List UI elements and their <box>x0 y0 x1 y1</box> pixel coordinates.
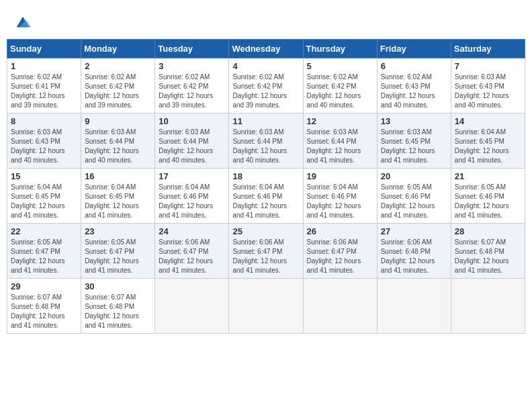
day-number: 1 <box>11 61 77 71</box>
table-row: 24 Sunrise: 6:06 AMSunset: 6:47 PMDaylig… <box>155 224 229 279</box>
day-info: Sunrise: 6:06 AMSunset: 6:47 PMDaylight:… <box>159 238 213 274</box>
day-info: Sunrise: 6:04 AMSunset: 6:45 PMDaylight:… <box>11 183 65 219</box>
table-row: 27 Sunrise: 6:06 AMSunset: 6:48 PMDaylig… <box>377 224 451 279</box>
table-row <box>451 279 525 334</box>
logo <box>13 13 34 32</box>
table-row: 2 Sunrise: 6:02 AMSunset: 6:42 PMDayligh… <box>81 58 155 113</box>
table-row: 21 Sunrise: 6:05 AMSunset: 6:46 PMDaylig… <box>451 169 525 224</box>
day-info: Sunrise: 6:07 AMSunset: 6:48 PMDaylight:… <box>85 293 139 329</box>
day-info: Sunrise: 6:03 AMSunset: 6:43 PMDaylight:… <box>455 73 509 109</box>
col-thursday: Thursday <box>303 40 377 58</box>
table-row: 6 Sunrise: 6:02 AMSunset: 6:43 PMDayligh… <box>377 58 451 113</box>
table-row: 29 Sunrise: 6:07 AMSunset: 6:48 PMDaylig… <box>7 279 81 334</box>
day-number: 23 <box>85 226 151 236</box>
col-sunday: Sunday <box>7 40 81 58</box>
table-row: 5 Sunrise: 6:02 AMSunset: 6:42 PMDayligh… <box>303 58 377 113</box>
day-info: Sunrise: 6:02 AMSunset: 6:41 PMDaylight:… <box>11 73 65 109</box>
day-info: Sunrise: 6:04 AMSunset: 6:46 PMDaylight:… <box>159 183 213 219</box>
table-row: 30 Sunrise: 6:07 AMSunset: 6:48 PMDaylig… <box>81 279 155 334</box>
day-number: 12 <box>307 116 373 126</box>
calendar-week-row: 15 Sunrise: 6:04 AMSunset: 6:45 PMDaylig… <box>7 169 525 224</box>
day-info: Sunrise: 6:04 AMSunset: 6:45 PMDaylight:… <box>85 183 139 219</box>
day-number: 19 <box>307 171 373 181</box>
day-info: Sunrise: 6:07 AMSunset: 6:48 PMDaylight:… <box>455 238 509 274</box>
table-row: 9 Sunrise: 6:03 AMSunset: 6:44 PMDayligh… <box>81 113 155 169</box>
table-row: 17 Sunrise: 6:04 AMSunset: 6:46 PMDaylig… <box>155 169 229 224</box>
day-info: Sunrise: 6:03 AMSunset: 6:44 PMDaylight:… <box>232 128 287 164</box>
table-row: 7 Sunrise: 6:03 AMSunset: 6:43 PMDayligh… <box>451 58 525 113</box>
day-number: 22 <box>11 226 77 236</box>
day-info: Sunrise: 6:02 AMSunset: 6:42 PMDaylight:… <box>307 73 361 109</box>
table-row: 3 Sunrise: 6:02 AMSunset: 6:42 PMDayligh… <box>155 58 229 113</box>
table-row: 13 Sunrise: 6:03 AMSunset: 6:45 PMDaylig… <box>377 113 451 169</box>
day-info: Sunrise: 6:04 AMSunset: 6:46 PMDaylight:… <box>232 183 287 219</box>
day-number: 3 <box>159 61 225 71</box>
day-info: Sunrise: 6:04 AMSunset: 6:46 PMDaylight:… <box>307 183 361 219</box>
col-monday: Monday <box>81 40 155 58</box>
day-number: 21 <box>455 171 521 181</box>
table-row: 19 Sunrise: 6:04 AMSunset: 6:46 PMDaylig… <box>303 169 377 224</box>
day-number: 28 <box>455 226 521 236</box>
day-number: 26 <box>307 226 373 236</box>
calendar-week-row: 1 Sunrise: 6:02 AMSunset: 6:41 PMDayligh… <box>7 58 525 113</box>
day-info: Sunrise: 6:05 AMSunset: 6:47 PMDaylight:… <box>85 238 139 274</box>
day-number: 8 <box>11 116 77 126</box>
table-row: 14 Sunrise: 6:04 AMSunset: 6:45 PMDaylig… <box>451 113 525 169</box>
table-row <box>229 279 303 334</box>
day-number: 2 <box>85 61 151 71</box>
calendar-table: Sunday Monday Tuesday Wednesday Thursday… <box>7 39 525 334</box>
day-number: 16 <box>85 171 151 181</box>
table-row: 23 Sunrise: 6:05 AMSunset: 6:47 PMDaylig… <box>81 224 155 279</box>
day-number: 24 <box>159 226 225 236</box>
day-number: 7 <box>455 61 521 71</box>
calendar-header-row: Sunday Monday Tuesday Wednesday Thursday… <box>7 40 525 58</box>
day-number: 14 <box>455 116 521 126</box>
table-row: 28 Sunrise: 6:07 AMSunset: 6:48 PMDaylig… <box>451 224 525 279</box>
day-info: Sunrise: 6:02 AMSunset: 6:42 PMDaylight:… <box>85 73 139 109</box>
day-number: 10 <box>159 116 225 126</box>
table-row: 4 Sunrise: 6:02 AMSunset: 6:42 PMDayligh… <box>229 58 303 113</box>
col-tuesday: Tuesday <box>155 40 229 58</box>
day-number: 20 <box>381 171 447 181</box>
day-info: Sunrise: 6:06 AMSunset: 6:48 PMDaylight:… <box>381 238 435 274</box>
calendar-week-row: 22 Sunrise: 6:05 AMSunset: 6:47 PMDaylig… <box>7 224 525 279</box>
day-info: Sunrise: 6:05 AMSunset: 6:47 PMDaylight:… <box>11 238 65 274</box>
day-number: 6 <box>381 61 447 71</box>
day-info: Sunrise: 6:05 AMSunset: 6:46 PMDaylight:… <box>381 183 435 219</box>
table-row <box>303 279 377 334</box>
day-number: 4 <box>232 61 299 71</box>
col-friday: Friday <box>377 40 451 58</box>
day-info: Sunrise: 6:03 AMSunset: 6:45 PMDaylight:… <box>381 128 435 164</box>
table-row: 10 Sunrise: 6:03 AMSunset: 6:44 PMDaylig… <box>155 113 229 169</box>
table-row: 11 Sunrise: 6:03 AMSunset: 6:44 PMDaylig… <box>229 113 303 169</box>
day-info: Sunrise: 6:03 AMSunset: 6:44 PMDaylight:… <box>85 128 139 164</box>
day-info: Sunrise: 6:06 AMSunset: 6:47 PMDaylight:… <box>232 238 287 274</box>
calendar-week-row: 8 Sunrise: 6:03 AMSunset: 6:43 PMDayligh… <box>7 113 525 169</box>
table-row: 18 Sunrise: 6:04 AMSunset: 6:46 PMDaylig… <box>229 169 303 224</box>
day-info: Sunrise: 6:05 AMSunset: 6:46 PMDaylight:… <box>455 183 509 219</box>
day-number: 29 <box>11 281 77 291</box>
day-number: 5 <box>307 61 373 71</box>
table-row: 16 Sunrise: 6:04 AMSunset: 6:45 PMDaylig… <box>81 169 155 224</box>
day-number: 17 <box>159 171 225 181</box>
calendar-week-row: 29 Sunrise: 6:07 AMSunset: 6:48 PMDaylig… <box>7 279 525 334</box>
day-number: 27 <box>381 226 447 236</box>
day-info: Sunrise: 6:02 AMSunset: 6:43 PMDaylight:… <box>381 73 435 109</box>
day-info: Sunrise: 6:03 AMSunset: 6:44 PMDaylight:… <box>307 128 361 164</box>
day-number: 25 <box>232 226 299 236</box>
col-wednesday: Wednesday <box>229 40 303 58</box>
table-row: 12 Sunrise: 6:03 AMSunset: 6:44 PMDaylig… <box>303 113 377 169</box>
day-number: 30 <box>85 281 151 291</box>
day-number: 18 <box>232 171 299 181</box>
table-row: 1 Sunrise: 6:02 AMSunset: 6:41 PMDayligh… <box>7 58 81 113</box>
day-number: 9 <box>85 116 151 126</box>
table-row: 20 Sunrise: 6:05 AMSunset: 6:46 PMDaylig… <box>377 169 451 224</box>
logo-icon <box>13 13 32 32</box>
header <box>7 7 525 36</box>
day-info: Sunrise: 6:06 AMSunset: 6:47 PMDaylight:… <box>307 238 361 274</box>
table-row: 22 Sunrise: 6:05 AMSunset: 6:47 PMDaylig… <box>7 224 81 279</box>
table-row: 25 Sunrise: 6:06 AMSunset: 6:47 PMDaylig… <box>229 224 303 279</box>
table-row <box>155 279 229 334</box>
day-info: Sunrise: 6:03 AMSunset: 6:44 PMDaylight:… <box>159 128 213 164</box>
table-row: 8 Sunrise: 6:03 AMSunset: 6:43 PMDayligh… <box>7 113 81 169</box>
